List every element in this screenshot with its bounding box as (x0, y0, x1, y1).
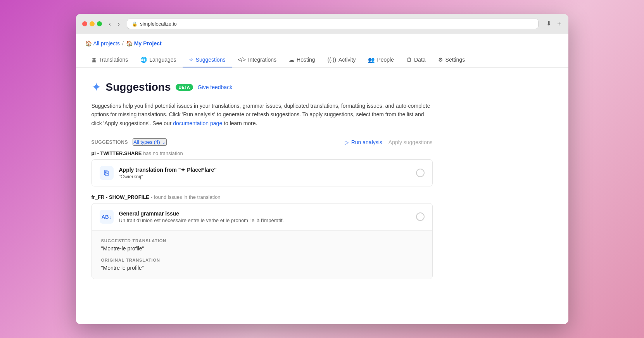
original-translation-label: ORIGINAL TRANSLATION (101, 258, 423, 262)
forward-button[interactable]: › (116, 20, 122, 28)
suggestion-title: Apply translation from "✦ PlaceFlare" (119, 167, 411, 173)
filter-button[interactable]: All types (4) ⌄ (133, 138, 167, 146)
documentation-link[interactable]: documentation page (173, 120, 222, 126)
suggestion-subtitle: "Ćwierknij" (119, 174, 411, 179)
data-icon: 🗒 (406, 57, 412, 63)
traffic-lights (82, 21, 102, 26)
suggestion-card-fr-show-profile: AB↓ General grammar issue Un trait d'uni… (92, 203, 433, 279)
beta-badge: Beta (176, 84, 193, 91)
integrations-icon: </> (238, 57, 246, 63)
download-icon[interactable]: ⬇ (546, 20, 551, 28)
breadcrumb: 🏠 All projects / 🏠 My Project (85, 40, 559, 47)
suggestion-group-label-2: fr_FR - SHOW_PROFILE - found issues in t… (92, 194, 433, 200)
tab-data[interactable]: 🗒 Data (400, 53, 432, 67)
suggestions-icon: ✧ (189, 57, 193, 63)
nav-tabs: ▦ Translations 🌐 Languages ✧ Suggestions… (85, 53, 559, 67)
back-button[interactable]: ‹ (107, 20, 113, 28)
tab-people[interactable]: 👥 People (362, 53, 400, 67)
url-text: simplelocalize.io (140, 21, 177, 27)
page-title-row: ✦ Suggestions Beta Give feedback (92, 80, 433, 94)
feedback-link[interactable]: Give feedback (198, 84, 233, 90)
suggestions-label: SUGGESTIONS (92, 140, 128, 145)
minimize-button[interactable] (90, 21, 95, 26)
browser-chrome: ‹ › 🔒 simplelocalize.io ⬇ ＋ (76, 14, 568, 34)
languages-icon: 🌐 (140, 57, 147, 63)
suggestion-text-grammar: General grammar issue Un trait d'union e… (119, 210, 411, 223)
all-projects-link[interactable]: 🏠 All projects (85, 40, 120, 47)
suggestion-radio-2[interactable] (416, 212, 425, 221)
tab-translations[interactable]: ▦ Translations (85, 53, 135, 67)
address-bar[interactable]: 🔒 simplelocalize.io (127, 19, 538, 29)
breadcrumb-separator: / (122, 40, 124, 47)
page-header: 🏠 All projects / 🏠 My Project ▦ Translat… (76, 34, 568, 68)
close-button[interactable] (82, 21, 87, 26)
suggested-translation-label: SUGGESTED TRANSLATION (101, 238, 423, 243)
tab-languages[interactable]: 🌐 Languages (134, 53, 182, 67)
original-translation-section: ORIGINAL TRANSLATION "Montre le profile" (101, 258, 423, 271)
page-description: Suggestions help you find potential issu… (92, 102, 433, 128)
run-analysis-button[interactable]: ▷ Run analysis (345, 139, 382, 145)
run-icon: ▷ (345, 139, 349, 145)
tab-hosting[interactable]: ☁ Hosting (283, 53, 321, 67)
settings-icon: ⚙ (438, 57, 443, 63)
suggestion-group-label: pl - TWITTER.SHARE has no translation (92, 150, 433, 156)
all-projects-icon: 🏠 (85, 40, 92, 47)
header-actions: ▷ Run analysis Apply suggestions (345, 139, 433, 145)
original-translation-value: "Montre le profile" (101, 265, 423, 271)
hosting-icon: ☁ (289, 57, 294, 63)
browser-content: 🏠 All projects / 🏠 My Project ▦ Translat… (76, 34, 568, 324)
all-projects-label: All projects (93, 40, 120, 47)
maximize-button[interactable] (97, 21, 102, 26)
apply-suggestions-button[interactable]: Apply suggestions (388, 139, 433, 145)
grammar-icon: AB↓ (100, 210, 114, 224)
suggestion-text: Apply translation from "✦ PlaceFlare" "Ć… (119, 167, 411, 179)
suggestion-group-fr-show-profile: fr_FR - SHOW_PROFILE - found issues in t… (92, 194, 433, 279)
suggestion-card-pl-twitter: ⎘ Apply translation from "✦ PlaceFlare" … (92, 159, 433, 186)
suggestion-item-grammar[interactable]: AB↓ General grammar issue Un trait d'uni… (92, 203, 432, 230)
suggestion-item[interactable]: ⎘ Apply translation from "✦ PlaceFlare" … (92, 160, 432, 186)
copy-icon: ⎘ (100, 166, 114, 180)
suggestions-header-row: SUGGESTIONS All types (4) ⌄ ▷ Run analys… (92, 138, 433, 146)
tab-activity[interactable]: ((·)) Activity (321, 53, 362, 67)
suggestions-left: SUGGESTIONS All types (4) ⌄ (92, 138, 167, 146)
page-title: Suggestions (106, 81, 171, 93)
tab-integrations[interactable]: </> Integrations (232, 53, 283, 67)
project-icon: 🏠 (126, 40, 133, 47)
translations-icon: ▦ (92, 57, 97, 63)
toolbar-icons: ⬇ ＋ (546, 20, 562, 28)
lock-icon: 🔒 (132, 21, 138, 27)
nav-buttons: ‹ › (107, 20, 123, 28)
suggested-translation-value: "Montre-le profile" (101, 245, 423, 252)
suggested-translation-section: SUGGESTED TRANSLATION "Montre-le profile… (101, 238, 423, 252)
project-name: 🏠 My Project (126, 40, 162, 47)
grammar-subtitle: Un trait d'union est nécessaire entre le… (119, 217, 411, 223)
suggestion-radio[interactable] (416, 169, 425, 177)
filter-chevron-icon: ⌄ (162, 139, 166, 145)
browser-window: ‹ › 🔒 simplelocalize.io ⬇ ＋ 🏠 All projec… (76, 14, 568, 324)
suggestion-detail: SUGGESTED TRANSLATION "Montre-le profile… (92, 230, 432, 279)
tab-settings[interactable]: ⚙ Settings (432, 53, 471, 67)
page-body: ✦ Suggestions Beta Give feedback Suggest… (76, 68, 448, 299)
new-tab-icon[interactable]: ＋ (556, 20, 562, 28)
suggestion-group-pl-twitter: pl - TWITTER.SHARE has no translation ⎘ … (92, 150, 433, 186)
activity-icon: ((·)) (328, 57, 337, 63)
people-icon: 👥 (368, 57, 375, 63)
tab-suggestions[interactable]: ✧ Suggestions (183, 53, 232, 67)
grammar-title: General grammar issue (119, 210, 411, 217)
page-title-icon: ✦ (92, 80, 101, 94)
